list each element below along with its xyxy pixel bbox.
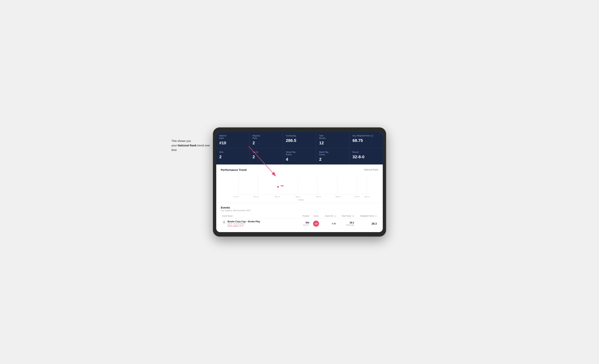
th-position: Position xyxy=(300,214,311,218)
table-header-row: Event Name Position Score Event SG i Tot… xyxy=(221,214,378,218)
event-total-points: 28.3 xyxy=(339,221,354,224)
svg-text:FEB 24: FEB 24 xyxy=(316,196,321,198)
events-section: Events Last updated: 24th November 2023 … xyxy=(216,203,383,232)
stats-row-2: Wins 2 Top 3s 2 Stroke PlayEvents 4 Matc… xyxy=(216,148,383,164)
stat-match-play: Match PlayEvents 2 xyxy=(316,148,349,164)
events-title: Events xyxy=(221,206,378,209)
weighted-pts-info-icon: i xyxy=(375,215,377,217)
stat-total-rounds: TotalRounds 12 xyxy=(316,132,349,148)
th-event-sg: Event SG i xyxy=(321,214,338,218)
event-weighted-cell: 28.3 xyxy=(356,218,378,229)
event-date: Oct 9 - Oct 10, 2023 xyxy=(228,223,260,225)
th-weighted-points: Weighted Points i xyxy=(356,214,378,218)
th-total-points: Total Points i xyxy=(338,214,356,218)
stat-scoring-avg: Scoring Avg. 286.5 xyxy=(283,132,316,148)
event-total-points-cell: 28.3 3 Rounds xyxy=(338,218,356,229)
event-position-cell: 6th out of 7 xyxy=(300,218,311,229)
chart-title: Performance Trend xyxy=(221,168,247,171)
chart-section: Performance Trend National Rank xyxy=(216,164,383,203)
stat-national-rank: NationalRank #10 xyxy=(216,132,250,148)
stat-record: Record 32-8-0 xyxy=(349,148,383,164)
info-icon: i xyxy=(371,135,373,137)
chart-subtitle: National Rank xyxy=(364,169,378,171)
event-name: Buster Cozy Cup - Stroke Play xyxy=(228,220,260,223)
stat-top3s: Top 3s 2 xyxy=(250,148,283,164)
svg-text:OCT 23: OCT 23 xyxy=(233,196,239,198)
svg-text:#10: #10 xyxy=(281,185,283,187)
events-last-updated: Last updated: 24th November 2023 xyxy=(221,210,378,212)
performance-chart: #10 OCT 23 NOV 23 DEC 23 JAN 24 FEB 24 M… xyxy=(221,175,378,201)
th-event-name: Event Name xyxy=(221,214,300,218)
event-position-of: out of 7 xyxy=(301,224,309,226)
rank-impact-arrow: ▼ xyxy=(242,225,244,227)
svg-text:NOV 23: NOV 23 xyxy=(253,196,259,198)
svg-text:MAY 24: MAY 24 xyxy=(364,196,370,198)
tablet-screen: NationalRank #10 RegionalRank 2 Scoring … xyxy=(216,132,383,232)
stat-stroke-play: Stroke PlayEvents 4 xyxy=(283,148,316,164)
annotation: This shows you your National Rank trend … xyxy=(171,139,211,152)
chart-header: Performance Trend National Rank xyxy=(221,168,378,171)
stat-wins: Wins 2 xyxy=(216,148,250,164)
annotation-line1: This shows you xyxy=(171,139,191,142)
event-sg-cell: 0.45 xyxy=(321,218,338,229)
stats-row-1: NationalRank #10 RegionalRank 2 Scoring … xyxy=(216,132,383,148)
th-score: Score xyxy=(311,214,321,218)
stat-regional-rank: RegionalRank 2 xyxy=(250,132,283,148)
svg-text:JAN 24: JAN 24 xyxy=(295,196,300,198)
svg-point-11 xyxy=(277,186,279,188)
event-weighted-points: 28.3 xyxy=(372,222,377,225)
event-sg-info-icon: i xyxy=(334,215,336,217)
total-pts-info-icon: i xyxy=(352,215,354,217)
event-position: 6th xyxy=(301,221,309,224)
svg-text:Months: Months xyxy=(298,199,304,201)
stat-avg-weighted: Avg. Weighted Points i 68.75 xyxy=(349,132,383,148)
tablet-frame: NationalRank #10 RegionalRank 2 Scoring … xyxy=(213,127,386,237)
chart-wrapper: #10 OCT 23 NOV 23 DEC 23 JAN 24 FEB 24 M… xyxy=(221,175,378,201)
event-name-cell: 🏌 Buster Cozy Cup - Stroke Play Oct 9 - … xyxy=(221,218,300,229)
annotation-line2: your xyxy=(171,144,178,147)
table-row: 🏌 Buster Cozy Cup - Stroke Play Oct 9 - … xyxy=(221,218,378,229)
event-icon: 🏌 xyxy=(222,220,226,224)
svg-text:MAR 24: MAR 24 xyxy=(335,196,341,198)
svg-text:DEC 23: DEC 23 xyxy=(275,196,280,198)
event-rank-impact: Rank Impact: 24 ▼ xyxy=(228,225,260,227)
annotation-bold: National Rank xyxy=(178,144,196,147)
event-score-cell: -22 xyxy=(311,218,321,229)
events-table: Event Name Position Score Event SG i Tot… xyxy=(221,214,378,229)
score-badge: -22 xyxy=(313,221,319,227)
svg-text:APR 24: APR 24 xyxy=(355,196,360,198)
event-rounds: 3 Rounds xyxy=(339,224,354,226)
